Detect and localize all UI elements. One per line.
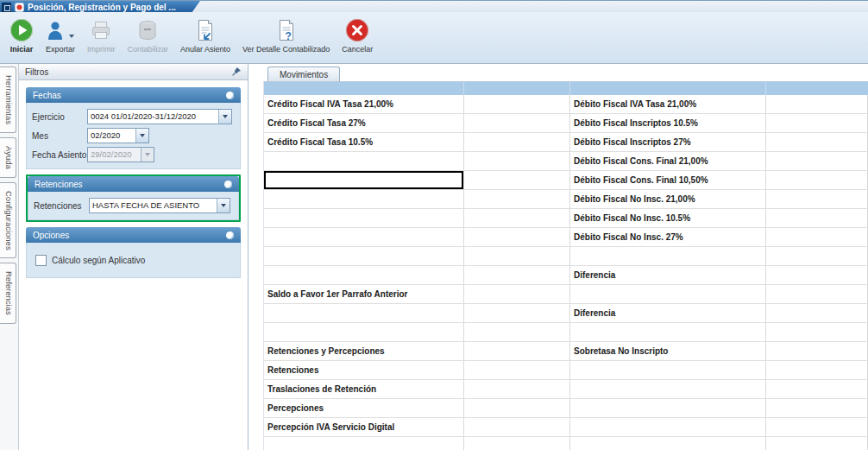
- mes-select[interactable]: 02/2020: [87, 128, 149, 143]
- grid-cell[interactable]: Crédito Fiscal Tasa 27%: [264, 114, 464, 133]
- grid-cell[interactable]: Diferencia: [570, 304, 766, 323]
- grid-cell[interactable]: [464, 304, 570, 323]
- anular-asiento-button[interactable]: Anular Asiento: [174, 15, 236, 56]
- grid-cell[interactable]: Crédito Fiscal IVA Tasa 21,00%: [264, 95, 464, 114]
- grid-cell[interactable]: [464, 209, 570, 228]
- grid-cell[interactable]: [264, 190, 464, 209]
- grid-cell[interactable]: [464, 380, 570, 399]
- grid-cell[interactable]: [766, 152, 868, 171]
- grid-cell[interactable]: [264, 323, 464, 342]
- grid-cell[interactable]: [264, 152, 464, 171]
- chevron-down-icon[interactable]: [218, 110, 231, 124]
- chevron-down-icon[interactable]: [217, 199, 230, 212]
- grid-cell[interactable]: Débito Fiscal Cons. Final 21,00%: [570, 152, 766, 171]
- grid-cell[interactable]: [464, 247, 570, 266]
- grid-cell[interactable]: [464, 437, 570, 450]
- grid-cell[interactable]: [766, 399, 868, 418]
- retenciones-select[interactable]: HASTA FECHA DE ASIENTO: [89, 198, 230, 213]
- grid-cell[interactable]: [766, 133, 868, 152]
- grid-cell[interactable]: [766, 437, 868, 450]
- grid-cell[interactable]: [464, 133, 570, 152]
- grid-cell[interactable]: Débito Fiscal No Insc. 10.5%: [570, 209, 766, 228]
- grid-cell[interactable]: [264, 247, 464, 266]
- window-title-tab[interactable]: Posición, Registración y Pago del ...: [0, 1, 200, 13]
- grid-cell[interactable]: Débito Fiscal No Insc. 27%: [570, 228, 766, 247]
- grid-cell[interactable]: [766, 95, 868, 114]
- side-tab-referencias[interactable]: Referencias: [0, 263, 16, 324]
- fechas-section-header[interactable]: Fechas: [26, 87, 241, 103]
- grid-cell[interactable]: [464, 190, 570, 209]
- ejercicio-select[interactable]: 0024 01/01/2020-31/12/2020: [87, 109, 232, 124]
- opciones-section-header[interactable]: Opciones: [26, 227, 241, 243]
- grid-cell[interactable]: [464, 342, 570, 361]
- grid-cell[interactable]: [570, 361, 766, 380]
- grid-cell[interactable]: [464, 285, 570, 304]
- grid-cell[interactable]: [464, 152, 570, 171]
- calculo-aplicativo-checkbox[interactable]: [35, 255, 47, 266]
- grid-cell[interactable]: Saldo a Favor 1er Parrafo Anterior: [264, 285, 464, 304]
- grid-cell[interactable]: [464, 361, 570, 380]
- grid-cell[interactable]: [766, 304, 868, 323]
- grid-cell[interactable]: Percepción IVA Servicio Digital: [264, 418, 464, 437]
- window-system-icon[interactable]: [2, 3, 11, 12]
- grid-cell[interactable]: [464, 266, 570, 285]
- grid-header-cell[interactable]: [264, 82, 464, 95]
- grid-cell[interactable]: [766, 323, 868, 342]
- grid-cell[interactable]: [766, 247, 868, 266]
- exportar-button[interactable]: Exportar: [40, 15, 81, 56]
- grid-cell[interactable]: [766, 171, 868, 190]
- grid-cell[interactable]: [766, 228, 868, 247]
- grid-cell[interactable]: [570, 437, 766, 450]
- cancelar-button[interactable]: Cancelar: [336, 15, 379, 56]
- grid-cell[interactable]: [766, 361, 868, 380]
- grid-cell[interactable]: [464, 323, 570, 342]
- grid-cell[interactable]: [570, 323, 766, 342]
- grid-cell[interactable]: [264, 266, 464, 285]
- grid-cell[interactable]: Débito Fiscal Inscriptos 10.5%: [570, 114, 766, 133]
- grid-cell[interactable]: [464, 171, 570, 190]
- grid-header-cell[interactable]: [766, 82, 868, 95]
- grid-cell[interactable]: Débito Fiscal IVA Tasa 21,00%: [570, 95, 766, 114]
- ver-detalle-contabilizado-button[interactable]: ? Ver Detalle Contabilizado: [236, 15, 336, 56]
- grid-cell[interactable]: [570, 247, 766, 266]
- export-dropdown-arrow-icon[interactable]: [69, 35, 74, 38]
- grid-cell[interactable]: Débito Fiscal Cons. Final 10,50%: [570, 171, 766, 190]
- grid-cell[interactable]: [766, 190, 868, 209]
- grid-cell[interactable]: Diferencia: [570, 266, 766, 285]
- grid-cell[interactable]: Percepciones: [264, 399, 464, 418]
- grid-cell[interactable]: [766, 380, 868, 399]
- grid-cell[interactable]: Traslaciones de Retención: [264, 380, 464, 399]
- chevron-down-icon[interactable]: [135, 129, 148, 143]
- grid-cell[interactable]: Débito Fiscal Inscriptos 27%: [570, 133, 766, 152]
- grid-cell[interactable]: [766, 114, 868, 133]
- grid-cell[interactable]: [570, 285, 766, 304]
- pushpin-icon[interactable]: [231, 67, 242, 77]
- retenciones-section-header[interactable]: Retenciones: [28, 176, 239, 192]
- iniciar-button[interactable]: Iniciar: [3, 15, 40, 56]
- grid-cell[interactable]: [570, 399, 766, 418]
- grid-cell[interactable]: [766, 285, 868, 304]
- grid-cell[interactable]: [766, 418, 868, 437]
- grid-cell[interactable]: [766, 342, 868, 361]
- grid-cell[interactable]: [464, 114, 570, 133]
- grid-cell[interactable]: [766, 266, 868, 285]
- grid-header-cell[interactable]: [464, 82, 570, 95]
- grid-cell[interactable]: [264, 304, 464, 323]
- imprimir-button[interactable]: Imprimir: [81, 15, 122, 56]
- tab-movimientos[interactable]: Movimientos: [267, 67, 340, 81]
- grid-cell[interactable]: [464, 399, 570, 418]
- side-tab-configuraciones[interactable]: Configuraciones: [0, 182, 16, 259]
- grid-cell[interactable]: [264, 171, 464, 190]
- grid-cell[interactable]: [570, 380, 766, 399]
- grid-cell[interactable]: [464, 228, 570, 247]
- side-tab-herramientas[interactable]: Herramientas: [0, 67, 16, 133]
- grid-cell[interactable]: Retenciones y Percepciones: [264, 342, 464, 361]
- grid-cell[interactable]: [264, 209, 464, 228]
- grid-cell[interactable]: [264, 437, 464, 450]
- grid-cell[interactable]: Retenciones: [264, 361, 464, 380]
- grid-cell[interactable]: Crédito Fiscal Tasa 10.5%: [264, 133, 464, 152]
- grid-cell[interactable]: Débito Fiscal No Insc. 21,00%: [570, 190, 766, 209]
- grid-cell[interactable]: [264, 228, 464, 247]
- side-tab-ayuda[interactable]: Ayuda: [0, 137, 16, 178]
- grid-header-cell[interactable]: [570, 82, 766, 95]
